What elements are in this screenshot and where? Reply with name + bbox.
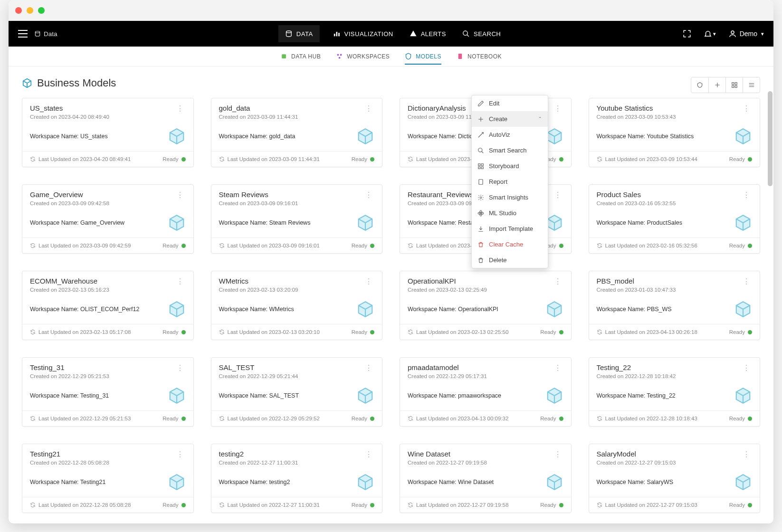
card-menu-button[interactable]: ⋮ [174, 363, 186, 379]
nav-alerts[interactable]: ALERTS [410, 30, 446, 38]
card-menu-button[interactable]: ⋮ [741, 190, 752, 206]
notifications-button[interactable]: ▾ [704, 29, 716, 38]
close-window-button[interactable] [15, 7, 22, 14]
cube-icon [734, 387, 752, 405]
card-menu-button[interactable]: ⋮ [174, 277, 186, 293]
list-view-button[interactable] [743, 77, 760, 93]
card-menu-button[interactable]: ⋮ [552, 277, 563, 293]
card-menu-button[interactable]: ⋮ [552, 104, 563, 120]
card-menu-button[interactable]: ⋮ [363, 190, 374, 206]
minimize-window-button[interactable] [27, 7, 33, 14]
subnav-models[interactable]: MODELS [405, 48, 441, 65]
card-menu-button[interactable]: ⋮ [741, 104, 752, 120]
card-title: OperationalKPI [408, 277, 487, 285]
menu-smartsearch[interactable]: Smart Search [472, 142, 548, 158]
menu-delete[interactable]: Delete [472, 252, 548, 268]
card-menu-button[interactable]: ⋮ [552, 363, 563, 379]
status-badge: Ready [729, 156, 752, 162]
refresh-icon [30, 329, 36, 335]
model-card[interactable]: SalaryModel Created on 2022-12-27 09:15:… [589, 444, 761, 513]
nav-search[interactable]: SEARCH [462, 30, 501, 38]
card-menu-button[interactable]: ⋮ [552, 190, 563, 206]
menu-importtemplate[interactable]: Import Template [472, 221, 548, 237]
card-menu-button[interactable]: ⋮ [174, 190, 186, 206]
menu-smartinsights[interactable]: Smart Insights [472, 190, 548, 205]
shield-icon [696, 82, 703, 88]
model-card[interactable]: Testing21 Created on 2022-12-28 05:08:28… [22, 444, 194, 513]
card-menu-button[interactable]: ⋮ [363, 104, 374, 120]
nav-data[interactable]: DATA [278, 25, 320, 42]
card-body: Workspace Name: US_states [22, 123, 193, 151]
svg-rect-4 [338, 33, 340, 36]
card-menu-button[interactable]: ⋮ [741, 363, 752, 379]
model-card[interactable]: PBS_model Created on 2023-01-03 10:47:33… [589, 271, 761, 340]
card-body: Workspace Name: Testing_22 [589, 382, 760, 410]
card-menu-button[interactable]: ⋮ [552, 450, 563, 466]
model-card[interactable]: Product Sales Created on 2023-02-16 05:3… [589, 184, 761, 254]
menu-storyboard[interactable]: Storyboard [472, 158, 548, 174]
svg-point-0 [35, 31, 39, 33]
menu-toggle-button[interactable] [18, 30, 28, 38]
menu-create[interactable]: Create ⌃ [472, 111, 548, 127]
model-card[interactable]: SAL_TEST Created on 2022-12-29 05:21:44 … [211, 357, 383, 427]
breadcrumb[interactable]: Data [34, 30, 57, 38]
model-card[interactable]: Testing_31 Created on 2022-12-29 05:21:5… [22, 357, 194, 427]
status-badge: Ready [352, 156, 374, 162]
maximize-window-button[interactable] [38, 7, 45, 14]
grid-view-button[interactable] [725, 77, 743, 93]
model-card[interactable]: Game_Overview Created on 2023-03-09 09:4… [22, 184, 194, 254]
svg-rect-12 [458, 54, 462, 59]
model-card[interactable]: testing2 Created on 2022-12-27 11:00:31 … [211, 444, 383, 513]
card-body: Workspace Name: Wine Dataset [400, 468, 571, 497]
scrollbar[interactable] [768, 91, 772, 186]
fullscreen-button[interactable] [683, 29, 691, 38]
model-card[interactable]: gold_data Created on 2023-03-09 11:44:31… [211, 98, 383, 167]
workspace-name: Workspace Name: Testing_22 [597, 392, 676, 399]
card-menu-button[interactable]: ⋮ [363, 277, 374, 293]
model-card[interactable]: pmaadatamodel Created on 2022-12-29 05:1… [400, 357, 572, 427]
card-header: Testing_22 Created on 2022-12-28 10:18:4… [589, 358, 760, 382]
user-icon [728, 29, 737, 38]
svg-rect-29 [481, 167, 483, 169]
card-menu-button[interactable]: ⋮ [174, 104, 186, 120]
model-card[interactable]: OperationalKPI Created on 2023-02-13 02:… [400, 271, 572, 340]
last-updated: Last Updated on 2023-04-20 08:49:41 [30, 156, 131, 162]
model-card[interactable]: Testing_22 Created on 2022-12-28 10:18:4… [589, 357, 761, 427]
card-title: Game_Overview [30, 190, 109, 199]
card-header: pmaadatamodel Created on 2022-12-29 05:1… [400, 358, 571, 382]
workspace-name: Workspace Name: Testing21 [30, 479, 105, 485]
card-title: PBS_model [597, 277, 676, 285]
filter-button[interactable] [691, 77, 708, 93]
refresh-icon [219, 243, 225, 248]
card-menu-button[interactable]: ⋮ [741, 450, 752, 466]
card-menu-button[interactable]: ⋮ [741, 277, 752, 293]
card-menu-button[interactable]: ⋮ [363, 450, 374, 466]
card-created: Created on 2022-12-27 11:00:31 [219, 460, 298, 466]
card-menu-button[interactable]: ⋮ [363, 363, 374, 379]
content-area: Business Models US_states Created on 202… [9, 66, 773, 523]
model-card[interactable]: WMetrics Created on 2023-02-13 03:20:09 … [211, 271, 383, 340]
model-card[interactable]: US_states Created on 2023-04-20 08:49:40… [22, 98, 194, 167]
menu-clearcache[interactable]: Clear Cache [472, 237, 548, 252]
subnav-notebook[interactable]: NOTEBOOK [457, 48, 502, 65]
model-card[interactable]: Youtube Statistics Created on 2023-03-09… [589, 98, 761, 167]
menu-report[interactable]: Report [472, 174, 548, 190]
menu-mlstudio[interactable]: ML Studio [472, 205, 548, 221]
workspace-name: Workspace Name: US_states [30, 133, 108, 140]
card-footer: Last Updated on 2023-04-13 00:09:32 Read… [400, 410, 571, 426]
nav-visualization[interactable]: VISUALIZATION [333, 30, 393, 38]
workspace-name: Workspace Name: Game_Overview [30, 219, 124, 226]
model-card[interactable]: ECOMM_Warehouse Created on 2023-02-13 05… [22, 271, 194, 340]
cube-icon [734, 214, 752, 232]
subnav-datahub[interactable]: DATA HUB [280, 48, 321, 65]
add-button[interactable] [708, 77, 725, 93]
menu-edit[interactable]: Edit [472, 95, 548, 111]
user-menu[interactable]: Demo ▾ [728, 29, 764, 38]
svg-point-24 [478, 148, 482, 152]
subnav-workspaces[interactable]: WORKSPACES [336, 48, 390, 65]
view-toolbar [691, 77, 760, 93]
menu-autoviz[interactable]: AutoViz [472, 127, 548, 142]
model-card[interactable]: Steam Reviews Created on 2023-03-09 09:1… [211, 184, 383, 254]
model-card[interactable]: Wine Dataset Created on 2022-12-27 09:19… [400, 444, 572, 513]
card-menu-button[interactable]: ⋮ [174, 450, 186, 466]
